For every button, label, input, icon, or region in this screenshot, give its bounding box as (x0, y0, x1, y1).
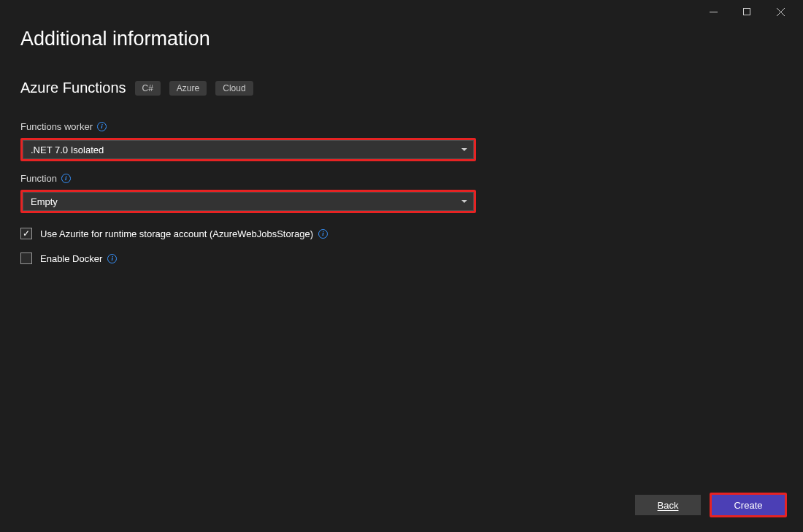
template-name: Azure Functions (20, 80, 126, 96)
field-label: Functions worker i (20, 121, 783, 132)
azurite-checkbox[interactable] (20, 228, 32, 239)
info-icon[interactable]: i (318, 229, 328, 239)
chevron-down-icon (461, 200, 467, 203)
functions-worker-value: .NET 7.0 Isolated (31, 144, 104, 155)
dialog-footer: Back Create (0, 478, 803, 532)
function-select[interactable]: Empty (23, 192, 474, 211)
minimize-icon (710, 8, 718, 16)
info-icon[interactable]: i (61, 174, 71, 183)
titlebar (0, 0, 803, 23)
template-tag: C# (135, 81, 161, 96)
template-tag: Azure (169, 81, 207, 96)
functions-worker-label-text: Functions worker (20, 121, 93, 132)
function-field: Function i Empty (20, 173, 783, 213)
docker-checkbox-label[interactable]: Enable Docker i (40, 253, 117, 264)
create-button-highlight: Create (710, 493, 787, 517)
docker-checkbox[interactable] (20, 252, 32, 264)
info-icon[interactable]: i (107, 254, 117, 263)
docker-checkbox-row: Enable Docker i (20, 252, 783, 264)
function-value: Empty (31, 196, 58, 207)
svg-rect-1 (744, 9, 750, 15)
content-area: Additional information Azure Functions C… (0, 23, 803, 478)
template-header: Azure Functions C# Azure Cloud (20, 80, 783, 96)
azurite-label-text: Use Azurite for runtime storage account … (40, 228, 313, 239)
close-icon (777, 8, 785, 16)
functions-worker-field: Functions worker i .NET 7.0 Isolated (20, 121, 783, 161)
field-label: Function i (20, 173, 783, 184)
maximize-icon (743, 8, 750, 15)
info-icon[interactable]: i (97, 122, 107, 131)
template-tag: Cloud (215, 81, 253, 96)
functions-worker-select[interactable]: .NET 7.0 Isolated (23, 140, 474, 159)
function-label-text: Function (20, 173, 57, 184)
minimize-button[interactable] (696, 1, 730, 22)
close-button[interactable] (764, 1, 797, 22)
function-select-highlight: Empty (20, 190, 476, 213)
back-button[interactable]: Back (635, 495, 701, 515)
dialog-window: Additional information Azure Functions C… (0, 0, 803, 532)
docker-label-text: Enable Docker (40, 253, 102, 264)
functions-worker-select-highlight: .NET 7.0 Isolated (20, 138, 476, 161)
maximize-button[interactable] (730, 1, 764, 22)
azurite-checkbox-row: Use Azurite for runtime storage account … (20, 228, 783, 239)
page-title: Additional information (20, 28, 783, 50)
azurite-checkbox-label[interactable]: Use Azurite for runtime storage account … (40, 228, 328, 239)
chevron-down-icon (461, 148, 467, 151)
create-button[interactable]: Create (712, 495, 785, 515)
